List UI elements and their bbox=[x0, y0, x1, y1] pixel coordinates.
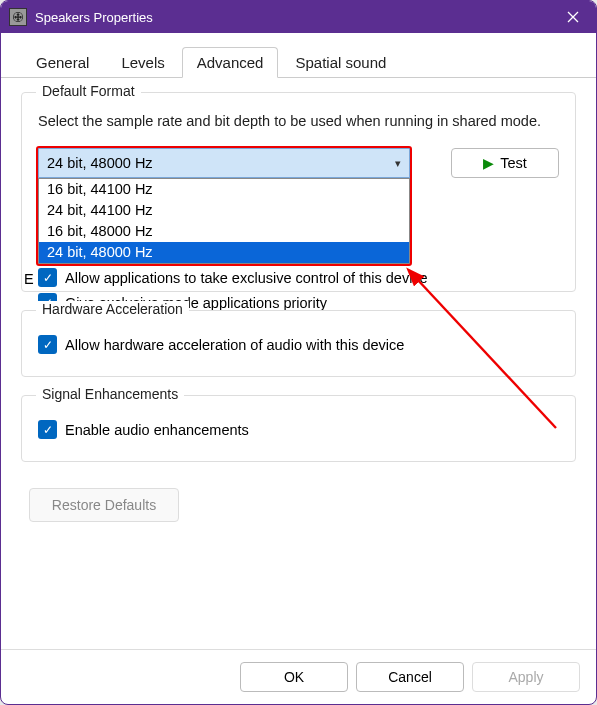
apply-button: Apply bbox=[472, 662, 580, 692]
signal-enhance-group: Signal Enhancements ✓ Enable audio enhan… bbox=[21, 395, 576, 462]
default-format-title: Default Format bbox=[36, 83, 141, 99]
play-icon: ▶ bbox=[483, 155, 494, 171]
format-select-wrapper: 24 bit, 48000 Hz ▾ 16 bit, 44100 Hz 24 b… bbox=[38, 148, 441, 178]
window-title: Speakers Properties bbox=[35, 10, 550, 25]
test-button[interactable]: ▶ Test bbox=[451, 148, 559, 178]
test-button-label: Test bbox=[500, 155, 527, 171]
close-icon bbox=[567, 11, 579, 23]
format-select-value: 24 bit, 48000 Hz bbox=[47, 155, 153, 171]
format-select[interactable]: 24 bit, 48000 Hz ▾ bbox=[38, 148, 410, 178]
exclusive-group-label-fragment: E bbox=[24, 271, 34, 287]
allow-exclusive-label: Allow applications to take exclusive con… bbox=[65, 270, 428, 286]
signal-enhance-title: Signal Enhancements bbox=[36, 386, 184, 402]
hardware-accel-group: Hardware Acceleration ✓ Allow hardware a… bbox=[21, 310, 576, 377]
default-format-description: Select the sample rate and bit depth to … bbox=[38, 111, 559, 132]
titlebar: 🕀 Speakers Properties bbox=[1, 1, 596, 33]
close-button[interactable] bbox=[550, 1, 596, 33]
hardware-accel-checkbox[interactable]: ✓ bbox=[38, 335, 57, 354]
format-option-16-44100[interactable]: 16 bit, 44100 Hz bbox=[39, 179, 409, 200]
audio-enhance-label: Enable audio enhancements bbox=[65, 422, 249, 438]
format-option-24-48000[interactable]: 24 bit, 48000 Hz bbox=[39, 242, 409, 263]
audio-enhance-checkbox[interactable]: ✓ bbox=[38, 420, 57, 439]
tab-general[interactable]: General bbox=[21, 47, 104, 77]
hardware-accel-title: Hardware Acceleration bbox=[36, 301, 189, 317]
cancel-button[interactable]: Cancel bbox=[356, 662, 464, 692]
default-format-group: Default Format Select the sample rate an… bbox=[21, 92, 576, 292]
dialog-footer: OK Cancel Apply bbox=[1, 649, 596, 704]
chevron-down-icon: ▾ bbox=[395, 157, 401, 170]
tab-strip: General Levels Advanced Spatial sound bbox=[1, 33, 596, 78]
allow-exclusive-checkbox[interactable]: ✓ bbox=[38, 268, 57, 287]
hardware-accel-label: Allow hardware acceleration of audio wit… bbox=[65, 337, 404, 353]
tab-content: Default Format Select the sample rate an… bbox=[1, 78, 596, 649]
speakers-properties-window: 🕀 Speakers Properties General Levels Adv… bbox=[0, 0, 597, 705]
speaker-app-icon: 🕀 bbox=[9, 8, 27, 26]
format-option-24-44100[interactable]: 24 bit, 44100 Hz bbox=[39, 200, 409, 221]
format-dropdown: 16 bit, 44100 Hz 24 bit, 44100 Hz 16 bit… bbox=[38, 178, 410, 264]
ok-button[interactable]: OK bbox=[240, 662, 348, 692]
tab-spatial-sound[interactable]: Spatial sound bbox=[280, 47, 401, 77]
restore-defaults-button[interactable]: Restore Defaults bbox=[29, 488, 179, 522]
format-option-16-48000[interactable]: 16 bit, 48000 Hz bbox=[39, 221, 409, 242]
tab-levels[interactable]: Levels bbox=[106, 47, 179, 77]
tab-advanced[interactable]: Advanced bbox=[182, 47, 279, 78]
